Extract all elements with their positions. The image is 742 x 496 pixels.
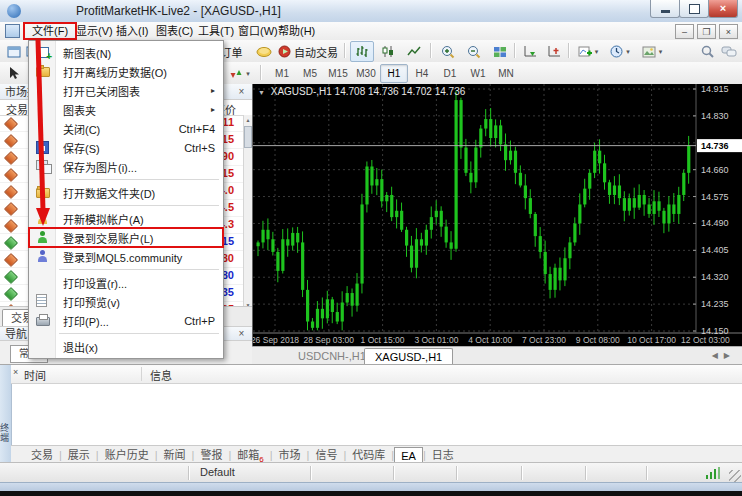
- chart-window-icon: [7, 46, 21, 58]
- file-menu-item-12[interactable]: 打印设置(r)...: [29, 273, 223, 292]
- svg-text:14.736: 14.736: [701, 141, 729, 151]
- terminal-tab-2[interactable]: 展示: [62, 447, 96, 463]
- restore-icon: [689, 4, 700, 14]
- bar-chart-button[interactable]: [350, 41, 374, 62]
- mdi-minimize-button[interactable]: –: [675, 24, 694, 39]
- file-menu-item-11[interactable]: 登录到MQL5.community: [29, 247, 223, 266]
- terminal-side-tab[interactable]: 终端: [0, 423, 11, 443]
- chart-window-icon[interactable]: [5, 24, 20, 38]
- terminal-tab-9[interactable]: 代码库: [346, 447, 391, 463]
- terminal-close-icon[interactable]: ×: [13, 367, 18, 377]
- svg-text:26 Sep 2018: 26 Sep 2018: [253, 335, 299, 345]
- timeframe-h4[interactable]: H4: [408, 64, 436, 83]
- terminal-column-message[interactable]: 信息: [150, 367, 172, 383]
- zoom-out-button[interactable]: [462, 41, 486, 62]
- terminal-tab-10[interactable]: EA: [394, 447, 423, 464]
- timeframe-m1[interactable]: M1: [268, 64, 296, 83]
- symbols-button[interactable]: ▾: [224, 63, 256, 84]
- terminal-tab-bar: 交易|展示|账户历史|新闻|警报|邮箱6|市场|信号|代码库|EA|日志: [11, 445, 742, 463]
- scroll-thumb[interactable]: [244, 126, 252, 148]
- timeframe-m15[interactable]: M15: [324, 64, 352, 83]
- terminal-tab-8[interactable]: 信号: [309, 447, 343, 463]
- autotrading-icon: [278, 45, 291, 58]
- candlestick-chart-button[interactable]: [376, 41, 400, 62]
- chart-shift-button[interactable]: [542, 41, 566, 62]
- cursor-button[interactable]: [3, 63, 25, 84]
- menu-item-shortcut: Ctrl+S: [184, 142, 215, 154]
- title-bar: ProfitMarketHK-Live2 - [XAGUSD-,H1] ×: [0, 0, 742, 23]
- terminal-tab-6[interactable]: 邮箱6: [231, 447, 269, 463]
- trend-down-icon: [4, 185, 18, 199]
- terminal-tab-5[interactable]: 警报: [194, 447, 228, 463]
- window-frame-bottom: [0, 482, 742, 491]
- application-window: ProfitMarketHK-Live2 - [XAGUSD-,H1] × 文件…: [0, 0, 742, 496]
- timeframe-w1[interactable]: W1: [464, 64, 492, 83]
- chart-window[interactable]: ▼ XAGUSD-,H1 14.708 14.736 14.702 14.736…: [252, 84, 742, 346]
- close-button[interactable]: ×: [708, 0, 738, 18]
- mdi-restore-button[interactable]: ❐: [697, 24, 716, 39]
- templates-dropdown-caret[interactable]: ▾: [659, 48, 663, 56]
- navigator-close-icon[interactable]: ×: [235, 327, 248, 340]
- timeframe-m30[interactable]: M30: [352, 64, 380, 83]
- search-button[interactable]: [696, 41, 718, 62]
- svg-text:14.150: 14.150: [701, 326, 729, 336]
- periods-button[interactable]: ▾: [604, 41, 636, 62]
- terminal-tab-7[interactable]: 市场: [273, 447, 307, 463]
- terminal-column-time[interactable]: 时间: [24, 367, 46, 383]
- mdi-close-button[interactable]: ×: [719, 24, 738, 39]
- zoom-in-button[interactable]: [436, 41, 460, 62]
- menu-item-shortcut: Ctrl+F4: [179, 123, 215, 135]
- minimize-button[interactable]: [650, 0, 680, 18]
- timeframe-m5[interactable]: M5: [296, 64, 324, 83]
- terminal-tab-11[interactable]: 日志: [426, 447, 460, 463]
- chart-tab-xagusd[interactable]: XAGUSD-,H1: [364, 348, 453, 365]
- file-menu-item-13[interactable]: 打印预览(v): [29, 292, 223, 311]
- tile-windows-button[interactable]: [488, 41, 512, 62]
- scroll-up-icon[interactable]: ▲: [244, 115, 252, 125]
- timeframe-d1[interactable]: D1: [436, 64, 464, 83]
- svg-text:7 Oct 23:00: 7 Oct 23:00: [522, 335, 566, 345]
- autotrading-button[interactable]: 自动交易: [276, 41, 340, 62]
- trend-up-icon: [4, 236, 18, 250]
- chart-tab-usdcnh[interactable]: USDCNH-,H1: [288, 348, 376, 364]
- line-chart-icon: [407, 45, 421, 58]
- autoscroll-button[interactable]: [518, 41, 542, 62]
- market-watch-close-icon[interactable]: ×: [235, 85, 248, 98]
- symbols-dropdown-caret[interactable]: ▾: [246, 70, 250, 78]
- svg-text:28 Sep 03:00: 28 Sep 03:00: [304, 335, 355, 345]
- community-button[interactable]: [717, 41, 741, 62]
- symbols-arrows-icon: [230, 68, 243, 80]
- svg-text:14.320: 14.320: [701, 272, 729, 282]
- chart-caret-icon[interactable]: ▼: [258, 89, 265, 96]
- chart-plot[interactable]: 26 Sep 201828 Sep 03:001 Oct 15:003 Oct …: [253, 84, 742, 346]
- timeframe-mn[interactable]: MN: [492, 64, 520, 83]
- close-icon: ×: [720, 3, 726, 14]
- autotrading-label: 自动交易: [294, 44, 338, 60]
- market-watch-scrollbar[interactable]: ▲ ▼: [243, 115, 252, 310]
- indicators-dropdown-caret[interactable]: ▾: [595, 48, 599, 56]
- menubar-item-7[interactable]: 帮助(H): [270, 23, 323, 39]
- tabs-next-icon[interactable]: ▶: [724, 351, 736, 360]
- line-chart-button[interactable]: [402, 41, 426, 62]
- periods-dropdown-caret[interactable]: ▾: [626, 48, 630, 56]
- timeframe-h1[interactable]: H1: [380, 64, 408, 83]
- indicators-button[interactable]: ▾: [572, 41, 604, 62]
- resize-grip[interactable]: [729, 470, 741, 482]
- terminal-tab-4[interactable]: 新闻: [158, 447, 192, 463]
- trend-down-icon: [4, 202, 18, 216]
- terminal-panel: 终端 × 时间 信息 交易|展示|账户历史|新闻|警报|邮箱6|市场|信号|代码…: [0, 364, 742, 463]
- templates-button[interactable]: ▾: [636, 41, 668, 62]
- terminal-header: × 时间 信息: [11, 365, 742, 384]
- printer-icon: [36, 317, 50, 326]
- terminal-tab-1[interactable]: 交易: [25, 447, 59, 463]
- user-blue-icon: [36, 250, 50, 263]
- terminal-tab-3[interactable]: 账户历史: [99, 447, 155, 463]
- restore-button[interactable]: [679, 0, 709, 18]
- candlestick-icon: [381, 45, 395, 58]
- file-menu-item-15[interactable]: 退出(x): [29, 337, 223, 356]
- deposit-button[interactable]: [252, 41, 276, 62]
- menu-separator: [59, 333, 219, 334]
- file-menu-item-14[interactable]: 打印(P)...Ctrl+P: [29, 311, 223, 330]
- tabs-prev-icon[interactable]: ◀: [712, 351, 724, 360]
- profile-name[interactable]: Default: [200, 466, 235, 478]
